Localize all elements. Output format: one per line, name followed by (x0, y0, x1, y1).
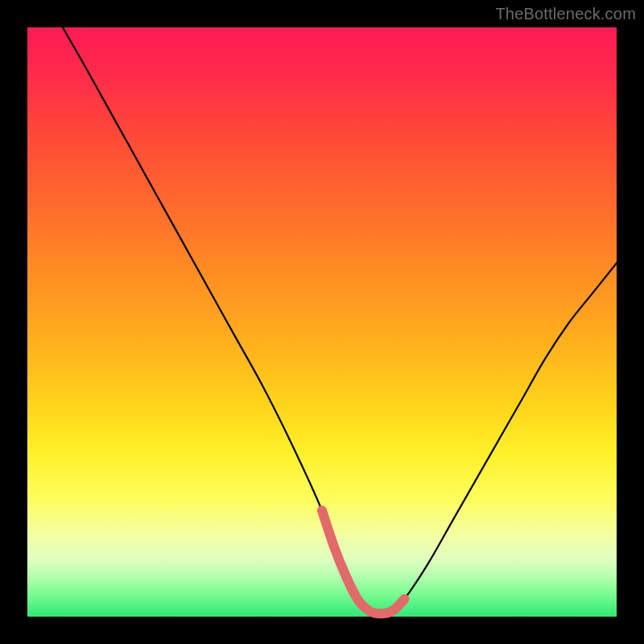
curve-svg (27, 27, 617, 617)
plot-area (27, 27, 617, 617)
watermark-text: TheBottleneck.com (495, 5, 636, 23)
bottleneck-curve (63, 27, 617, 613)
optimal-range-highlight (322, 510, 405, 613)
chart-frame: TheBottleneck.com (0, 0, 644, 644)
